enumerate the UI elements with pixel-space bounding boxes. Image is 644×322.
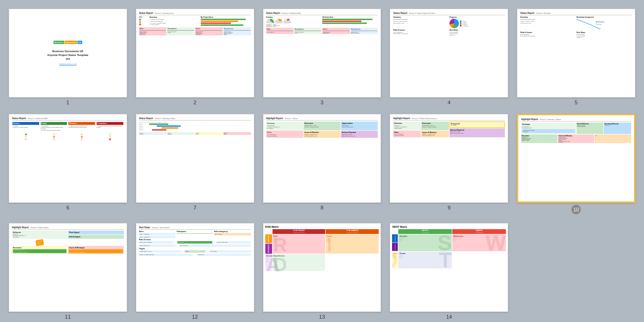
- s8-opps-content: Gap in EMEAInnovate feature idea: [342, 125, 377, 128]
- s9-announcement: Going Live! V3 Support: [449, 122, 505, 128]
- s4-summary-content: Good progress with delivery. Version 2.1…: [393, 19, 448, 24]
- s4-risks-title: Risks & Issues: [393, 29, 448, 31]
- slide-11[interactable]: Highlight Report – Version 4 : Simple 4 …: [9, 223, 127, 312]
- s11-coming-soon: ComingSoon!: [35, 239, 44, 246]
- s14-helpful-label: HELPFULFor the objectives: [398, 229, 452, 234]
- slide-14[interactable]: SWOT Matrix HELPFULFor the objectives HA…: [390, 223, 508, 312]
- project-bars: [201, 19, 251, 26]
- s14-s-content: • ——• ——• ——: [399, 237, 451, 242]
- s12-cont1: 50% overtime: [214, 233, 251, 235]
- s11-del-content: Version 2.1Marketing Campaign 1.2RM supp…: [13, 233, 66, 238]
- slide-14-title: SWOT Matrix: [392, 225, 506, 228]
- slide-3-title: Status Report – Version 2 : Dashboard Di…: [266, 12, 378, 15]
- bottom-sections: Risks New Competitors(owner: Howard)Supp…: [139, 27, 251, 35]
- slide-12-title: Next Steps – Version 1 : 'Action-based': [139, 226, 251, 230]
- by-project-area-label: By Project Area: [201, 16, 251, 18]
- s13-threats-label: THREATS: [265, 234, 272, 243]
- slide-1-link[interactable]: business-docs.co.uk: [59, 63, 76, 65]
- s3-risks-content: New Competitors: [267, 32, 294, 33]
- s13-reliances-label: RELIANCES: [265, 244, 272, 254]
- s14-s-cell: Strengths • ——• ——• —— S: [398, 234, 452, 251]
- slide-wrapper-6: Status Report – Version 5 : 4 Areas with…: [9, 114, 127, 214]
- slide-1[interactable]: Business Documents UK Business Documents…: [9, 9, 127, 98]
- dependencies-label: Dependencies: [224, 28, 251, 30]
- s7-roadmap: Jan Feb Mar Apr May Jun Jul Aug Sep Oct …: [139, 122, 251, 135]
- s8-risks-content: New CompetitorsManager recruited: [267, 134, 302, 137]
- slide-2-title: Status Report – Version 1 : Summary Focu…: [139, 12, 251, 15]
- slide-number-1: 1: [66, 100, 69, 105]
- slide-number-9: 9: [448, 205, 450, 211]
- assumptions-label: Assumptions: [167, 28, 194, 30]
- slide-8-title: Highlight Report – Version 1 : 6 Areas: [266, 117, 378, 121]
- s12-participants: Participants: [176, 231, 213, 238]
- slide-13[interactable]: RAID Matrix TO BE TRACKEDIntroduce proje…: [263, 223, 382, 312]
- s13-d-letter: D: [273, 255, 287, 274]
- s12-cont-title: Add contingency: [214, 231, 251, 233]
- s3-summary-items: Workstream 1 - on trackWorkstream 2 - bu…: [266, 24, 322, 27]
- s6-resource-content: • Additional resource required in Q4• Cu…: [68, 125, 95, 128]
- s7-status-2: Status 2Complete: [167, 132, 195, 135]
- s12-arrow1: →: [174, 241, 177, 244]
- slide-8[interactable]: Highlight Report – Version 1 : 6 Areas S…: [263, 114, 382, 203]
- s10-upcoming-content: Version 3.3: [604, 125, 631, 126]
- s11-suc-title: Successes: [13, 247, 66, 249]
- slide-6-title: Status Report – Version 5 : 4 Areas with…: [12, 117, 124, 121]
- rag-indicators: [139, 19, 149, 25]
- s12-targets-title: Targets: [139, 248, 251, 250]
- slide-6[interactable]: Status Report – Version 5 : 4 Areas with…: [9, 114, 127, 203]
- s9-deliveries: Deliveries: [394, 122, 420, 124]
- s8-actions: Actions Required: [342, 132, 377, 133]
- slide-4[interactable]: Status Report – Version 3 : Project Prog…: [390, 9, 508, 98]
- slide-wrapper-12: Next Steps – Version 1 : 'Action-based' …: [136, 223, 254, 320]
- slide-4-title: Status Report – Version 3 : Project Prog…: [393, 12, 505, 15]
- s7-bars: Phase 1 Phase 2 Phase 3: [139, 123, 251, 131]
- issues-content: Widget supplier isWorkstream 4must sourc…: [196, 31, 222, 35]
- svg-text:Ideal Velocity: Ideal Velocity: [596, 21, 604, 23]
- s7-month-labels: Jan Feb Mar Apr May Jun Jul Aug Sep Oct …: [139, 122, 167, 123]
- slide-2[interactable]: Status Report – Version 1 : Summary Focu…: [136, 9, 254, 98]
- slide-5-title: Status Report – Version 4 : Burndown: [520, 12, 632, 15]
- dependencies-content: Widget supplier isgoing out of business …: [224, 31, 251, 35]
- s12-ri1-action: Integrations: [177, 241, 212, 244]
- slide-wrapper-8: Highlight Report – Version 1 : 6 Areas S…: [263, 114, 382, 214]
- s10-risks-content: ——: [595, 137, 631, 139]
- s12-targets: Targets Market Share – up 2% → Actions →…: [139, 248, 251, 256]
- s14-body: INTERNAL EXTERNAL Strengths • ——• ——• ——…: [392, 234, 506, 268]
- slide-number-4: 4: [448, 100, 450, 105]
- slide-number-11: 11: [65, 314, 71, 320]
- s6-budget: Budget: [41, 122, 67, 125]
- s8-top-grid: Summary TEAM GOODMarketing Campaign 1.2R…: [266, 122, 378, 130]
- s13-i-cell: Issues • ——• ——• —— I: [326, 234, 379, 254]
- s13-r-letter: R: [273, 235, 287, 255]
- s12-target1: Market Share – up 2%: [139, 250, 181, 253]
- s7-phase1: Phase 1: [139, 123, 149, 125]
- s12-part1: [176, 233, 213, 234]
- logo-uk: UK: [77, 41, 82, 44]
- s3-summary: Summary: [266, 16, 322, 18]
- s12-columns: Dates [date] – Milestone 1 [date] – Mile…: [139, 231, 251, 238]
- slide-5[interactable]: Status Report – Version 4 : Burndown Sum…: [517, 9, 635, 98]
- slide-9[interactable]: Highlight Report – Version 2 : 5 Areas &…: [390, 114, 508, 203]
- s12-target1-result: Focus Teams: [209, 250, 251, 253]
- slide-grid: Business Documents UK Business Documents…: [0, 0, 644, 322]
- s3-issues-content: Widget supplier isWorkstream 4: [323, 32, 349, 33]
- slide-3[interactable]: Status Report – Version 2 : Dashboard Di…: [263, 9, 382, 98]
- slide-number-3: 3: [320, 100, 323, 105]
- slide-number-8: 8: [320, 205, 323, 211]
- s6-budget-content: • SSE required• Materials supply far mor…: [41, 125, 67, 131]
- slide-wrapper-7: Status Report – Version 6 : Roadmap & St…: [136, 114, 254, 214]
- s9-successes-content: Market Share – up 2%Delivery Manager rec…: [422, 125, 448, 128]
- s12-ri-title: Risks & Issues: [139, 239, 251, 241]
- s10-summary-extra: Market Share increaseAdd a line: [522, 129, 575, 133]
- s14-header: HELPFULFor the objectives HARMFULFor the…: [392, 229, 506, 234]
- slide-10[interactable]: Highlight Report – Version 3 : Summary +…: [517, 114, 635, 203]
- s14-o-cell: Opportunities • ——• ——• —— O: [392, 252, 398, 268]
- s12-dates-title: Dates: [139, 231, 176, 233]
- s13-d-cell: Dependencies • ——• ——• —— D: [273, 254, 326, 271]
- summary-content: 1. Progress is ON TARGET. 2. Team is del…: [150, 19, 200, 26]
- slide-7[interactable]: Status Report – Version 6 : Roadmap & St…: [136, 114, 254, 203]
- slide-12[interactable]: Next Steps – Version 1 : 'Action-based' …: [136, 223, 254, 312]
- s12-target-arrow2: →: [206, 250, 209, 253]
- s10-upcoming: Upcoming Deliveries Version 3.3: [604, 122, 631, 134]
- assumptions-content: Finance will continueto 2013: [167, 31, 194, 33]
